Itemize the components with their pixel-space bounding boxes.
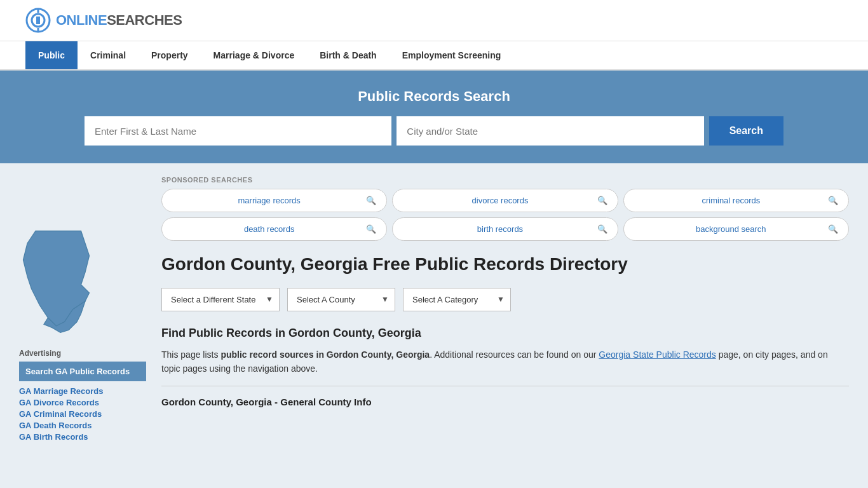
logo-online-text: ONLINE — [56, 12, 107, 29]
logo-text: ONLINE SEARCHES — [56, 12, 182, 29]
sidebar-link-death[interactable]: GA Death Records — [19, 421, 146, 430]
state-dropdown[interactable]: Select a Different State — [161, 288, 280, 311]
find-records-title: Find Public Records in Gordon County, Ge… — [161, 327, 849, 340]
sponsored-label: SPONSORED SEARCHES — [161, 176, 849, 184]
county-dropdown[interactable]: Select A County — [287, 288, 395, 311]
find-text-bold: public record sources in Gordon County, … — [220, 349, 430, 360]
sidebar-ad-box[interactable]: Search GA Public Records — [19, 362, 146, 381]
find-records-section: Find Public Records in Gordon County, Ge… — [161, 327, 849, 408]
dropdowns-row: Select a Different State ▼ Select A Coun… — [161, 288, 849, 311]
search-banner-title: Public Records Search — [25, 88, 843, 105]
content-area: SPONSORED SEARCHES marriage records 🔍 di… — [161, 176, 849, 442]
main-nav: Public Criminal Property Marriage & Divo… — [0, 41, 868, 71]
pill-death-records[interactable]: death records 🔍 — [161, 217, 387, 241]
nav-item-property[interactable]: Property — [139, 41, 201, 69]
sponsored-pills: marriage records 🔍 divorce records 🔍 cri… — [161, 189, 849, 241]
sidebar-link-marriage[interactable]: GA Marriage Records — [19, 386, 146, 396]
pill-death-text: death records — [172, 224, 366, 234]
county-general-title: Gordon County, Georgia - General County … — [161, 396, 849, 407]
sidebar-link-criminal[interactable]: GA Criminal Records — [19, 409, 146, 419]
header: ONLINE SEARCHES — [0, 0, 868, 41]
nav-item-marriage-divorce[interactable]: Marriage & Divorce — [201, 41, 308, 69]
nav-item-employment[interactable]: Employment Screening — [390, 41, 514, 69]
category-dropdown[interactable]: Select A Category — [403, 288, 511, 311]
georgia-state-link[interactable]: Georgia State Public Records — [599, 349, 715, 360]
pill-birth-text: birth records — [403, 224, 597, 234]
county-dropdown-wrapper: Select A County ▼ — [287, 288, 395, 311]
city-input[interactable] — [397, 116, 703, 146]
logo-icon — [25, 8, 51, 33]
pill-criminal-text: criminal records — [634, 196, 828, 205]
search-button[interactable]: Search — [709, 116, 783, 146]
sidebar-links: GA Marriage Records GA Divorce Records G… — [19, 386, 146, 442]
pill-marriage-records[interactable]: marriage records 🔍 — [161, 189, 387, 212]
georgia-map-svg — [19, 227, 102, 334]
logo: ONLINE SEARCHES — [25, 8, 182, 33]
pill-divorce-text: divorce records — [403, 196, 597, 205]
pill-marriage-text: marriage records — [172, 196, 366, 205]
search-icon-6: 🔍 — [828, 224, 838, 234]
nav-item-birth-death[interactable]: Birth & Death — [307, 41, 389, 69]
state-map — [19, 227, 146, 336]
search-icon-1: 🔍 — [366, 196, 376, 205]
nav-item-public[interactable]: Public — [25, 41, 78, 69]
search-icon-2: 🔍 — [597, 196, 607, 205]
sidebar-advertising-label: Advertising — [19, 349, 146, 358]
category-dropdown-wrapper: Select A Category ▼ — [403, 288, 511, 311]
main-container: Advertising Search GA Public Records GA … — [0, 163, 868, 454]
sidebar-link-birth[interactable]: GA Birth Records — [19, 432, 146, 442]
section-divider — [161, 386, 849, 386]
search-icon-4: 🔍 — [366, 224, 376, 234]
search-icon-5: 🔍 — [597, 224, 607, 234]
search-row: Search — [85, 116, 783, 146]
sidebar: Advertising Search GA Public Records GA … — [19, 176, 146, 442]
find-records-text: This page lists public record sources in… — [161, 348, 849, 376]
page-body: Gordon County, Georgia Free Public Recor… — [161, 254, 849, 407]
svg-rect-4 — [36, 17, 40, 24]
pill-birth-records[interactable]: birth records 🔍 — [392, 217, 618, 241]
pill-background-text: background search — [634, 224, 828, 234]
pill-background-search[interactable]: background search 🔍 — [623, 217, 849, 241]
nav-item-criminal[interactable]: Criminal — [78, 41, 139, 69]
search-banner: Public Records Search Search — [0, 71, 868, 163]
search-icon-3: 🔍 — [828, 196, 838, 205]
nav-inner: Public Criminal Property Marriage & Divo… — [0, 41, 868, 69]
pill-divorce-records[interactable]: divorce records 🔍 — [392, 189, 618, 212]
sidebar-link-divorce[interactable]: GA Divorce Records — [19, 398, 146, 407]
logo-searches-text: SEARCHES — [107, 12, 182, 29]
pill-criminal-records[interactable]: criminal records 🔍 — [623, 189, 849, 212]
page-title: Gordon County, Georgia Free Public Recor… — [161, 254, 849, 275]
name-input[interactable] — [85, 116, 391, 146]
state-dropdown-wrapper: Select a Different State ▼ — [161, 288, 280, 311]
